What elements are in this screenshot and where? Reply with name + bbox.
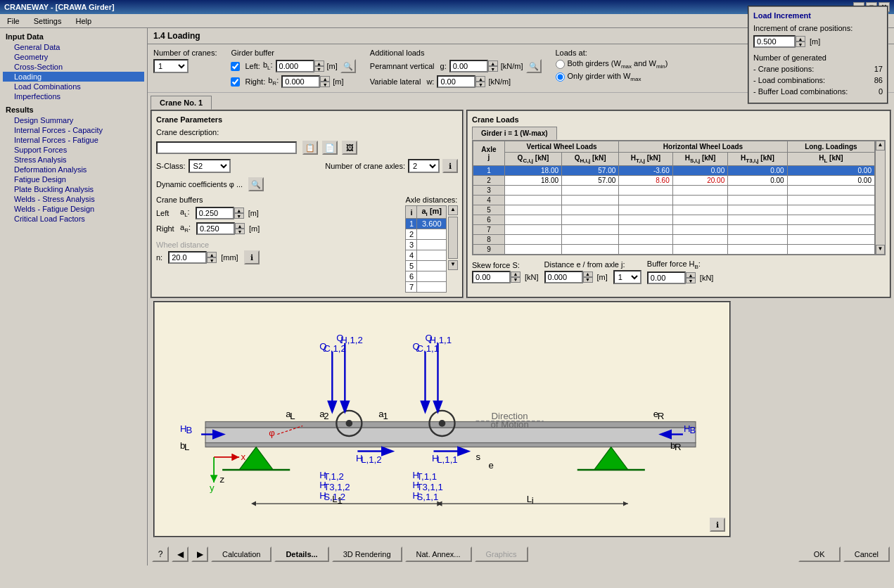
- bL-down[interactable]: ▼: [314, 66, 324, 72]
- sidebar-item-geometry[interactable]: Geometry: [3, 52, 144, 62]
- sidebar-item-internal-forces-fatigue[interactable]: Internal Forces - Fatigue: [3, 135, 144, 145]
- load-row-9[interactable]: 9: [473, 245, 875, 255]
- skew-up[interactable]: ▲: [511, 271, 521, 277]
- sidebar-item-welds-stress-analysis[interactable]: Welds - Stress Analysis: [3, 194, 144, 204]
- bR-input[interactable]: [281, 75, 320, 88]
- n-up[interactable]: ▲: [207, 252, 217, 257]
- bL-icon-btn[interactable]: 🔍: [340, 59, 356, 73]
- bR-up[interactable]: ▲: [320, 76, 330, 82]
- dyn-coeff-btn[interactable]: 🔍: [248, 177, 264, 191]
- axle-row-3[interactable]: 3: [406, 240, 447, 250]
- next-icon-btn[interactable]: ▶: [191, 547, 208, 562]
- w-input[interactable]: [437, 75, 475, 88]
- skew-down[interactable]: ▼: [511, 277, 521, 283]
- increment-input[interactable]: [753, 35, 796, 48]
- load-row-2[interactable]: 2 18.00 57.00 8.60 20.00 0.00 0.00: [473, 176, 875, 186]
- crane-desc-btn3[interactable]: 🖼: [342, 141, 357, 155]
- load-row-4[interactable]: 4: [473, 196, 875, 205]
- only-girder-radio[interactable]: [556, 72, 565, 82]
- crane-desc-btn1[interactable]: 📋: [302, 141, 318, 155]
- num-axles-select[interactable]: 2134: [408, 159, 440, 173]
- crane-desc-input[interactable]: [156, 141, 297, 154]
- g-up[interactable]: ▲: [488, 60, 498, 66]
- load-row-1[interactable]: 1 18.00 57.00 -3.60 0.00 0.00 0.00: [473, 166, 875, 176]
- crane-desc-btn2[interactable]: 📄: [322, 141, 338, 155]
- bR-spinner[interactable]: ▲ ▼: [320, 76, 330, 87]
- axle-row-2[interactable]: 2: [406, 229, 447, 240]
- bL-spinner[interactable]: ▲ ▼: [314, 60, 324, 72]
- num-cranes-select[interactable]: 123: [153, 59, 189, 73]
- sidebar-item-critical-load-factors[interactable]: Critical Load Factors: [3, 214, 144, 224]
- calculation-button[interactable]: Calculation: [211, 547, 272, 562]
- axle-row-5[interactable]: 5: [406, 261, 447, 271]
- axle-table-scrollbar[interactable]: ▲ ▼: [448, 205, 458, 270]
- sidebar-item-design-summary[interactable]: Design Summary: [3, 115, 144, 125]
- sidebar-item-plate-buckling-analysis[interactable]: Plate Buckling Analysis: [3, 184, 144, 194]
- right-checkbox[interactable]: [231, 77, 240, 87]
- axle-row-6[interactable]: 6: [406, 271, 447, 282]
- rendering-button[interactable]: 3D Rendering: [332, 547, 402, 562]
- girder-tab-1[interactable]: Girder i = 1 (W-max): [472, 127, 557, 140]
- aL-up[interactable]: ▲: [234, 207, 244, 213]
- axle-j-select[interactable]: 12: [613, 270, 641, 284]
- sidebar-item-loading[interactable]: Loading: [3, 72, 144, 82]
- load-row-6[interactable]: 6: [473, 215, 875, 225]
- sidebar-item-internal-forces-capacity[interactable]: Internal Forces - Capacity: [3, 125, 144, 135]
- aR-input[interactable]: [196, 222, 235, 235]
- bL-up[interactable]: ▲: [314, 60, 324, 66]
- both-girders-radio[interactable]: [556, 60, 565, 69]
- left-checkbox[interactable]: [231, 62, 240, 71]
- nat-annex-button[interactable]: Nat. Annex...: [405, 547, 472, 562]
- n-input[interactable]: [168, 251, 207, 264]
- sidebar-item-deformation-analysis[interactable]: Deformation Analysis: [3, 165, 144, 174]
- menu-settings[interactable]: Settings: [30, 15, 66, 27]
- g-spinner[interactable]: ▲ ▼: [488, 60, 498, 72]
- details-button[interactable]: Details...: [274, 547, 328, 562]
- sidebar-item-welds-fatigue-design[interactable]: Welds - Fatigue Design: [3, 204, 144, 214]
- g-down[interactable]: ▼: [488, 66, 498, 72]
- axle-row-1[interactable]: 1 3.600: [406, 219, 447, 229]
- aR-up[interactable]: ▲: [235, 223, 245, 229]
- w-spinner[interactable]: ▲ ▼: [475, 76, 485, 87]
- crane-tab-1[interactable]: Crane No. 1: [151, 96, 212, 110]
- buffer-up[interactable]: ▲: [686, 272, 696, 278]
- load-row-5[interactable]: 5: [473, 205, 875, 215]
- w-down[interactable]: ▼: [475, 82, 485, 87]
- dist-input[interactable]: [544, 271, 583, 283]
- sidebar-item-cross-section[interactable]: Cross-Section: [3, 62, 144, 72]
- dist-down[interactable]: ▼: [583, 277, 593, 283]
- sidebar-item-general-data[interactable]: General Data: [3, 42, 144, 52]
- menu-file[interactable]: File: [3, 15, 24, 27]
- aR-down[interactable]: ▼: [235, 229, 245, 234]
- aL-input[interactable]: [196, 207, 234, 219]
- axle-row-7[interactable]: 7: [406, 282, 447, 293]
- n-info-btn[interactable]: ℹ: [244, 250, 260, 264]
- sidebar-item-stress-analysis[interactable]: Stress Analysis: [3, 155, 144, 165]
- graphics-button[interactable]: Graphics: [475, 547, 528, 562]
- sidebar-item-imperfections[interactable]: Imperfections: [3, 91, 144, 101]
- sidebar-item-support-forces[interactable]: Support Forces: [3, 145, 144, 155]
- skew-input[interactable]: [472, 271, 511, 283]
- num-axles-info-btn[interactable]: ℹ: [442, 159, 458, 173]
- increment-up[interactable]: ▲: [796, 36, 805, 41]
- sidebar-item-load-combinations[interactable]: Load Combinations: [3, 82, 144, 91]
- g-icon-btn[interactable]: 🔍: [526, 59, 542, 73]
- g-input[interactable]: [449, 60, 488, 72]
- s-class-select[interactable]: S2S1S3: [189, 159, 231, 173]
- axle-row-4[interactable]: 4: [406, 250, 447, 261]
- load-row-8[interactable]: 8: [473, 235, 875, 245]
- cancel-button[interactable]: Cancel: [843, 547, 890, 562]
- load-row-3[interactable]: 3: [473, 186, 875, 196]
- help-icon-btn[interactable]: ?: [152, 547, 169, 562]
- w-up[interactable]: ▲: [475, 76, 485, 82]
- loads-table-scrollbar[interactable]: ▲ ▼: [875, 141, 885, 255]
- diagram-info-btn[interactable]: ℹ: [710, 518, 725, 532]
- increment-down[interactable]: ▼: [796, 41, 805, 47]
- load-row-7[interactable]: 7: [473, 225, 875, 235]
- n-down[interactable]: ▼: [207, 257, 217, 263]
- bL-input[interactable]: [276, 60, 314, 72]
- prev-icon-btn[interactable]: ◀: [172, 547, 189, 562]
- buffer-down[interactable]: ▼: [686, 278, 696, 283]
- dist-up[interactable]: ▲: [583, 271, 593, 277]
- ok-button[interactable]: OK: [798, 547, 841, 562]
